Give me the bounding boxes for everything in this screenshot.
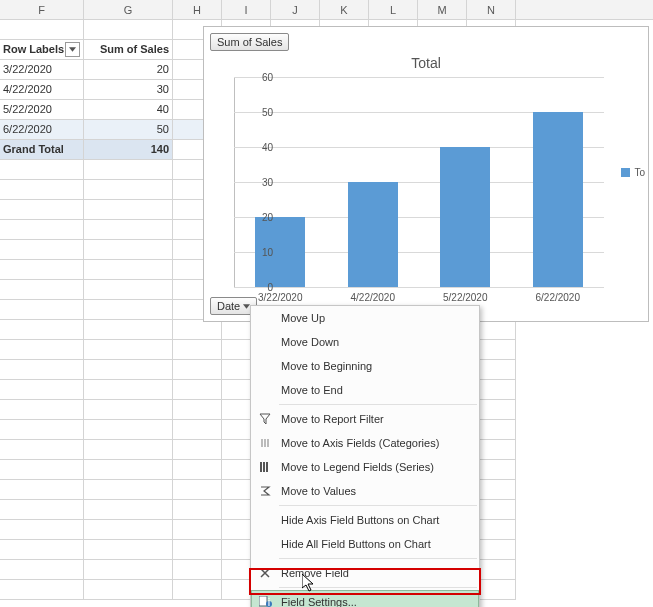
- cell[interactable]: [0, 560, 84, 580]
- field-settings-icon: i: [258, 594, 274, 607]
- sum-sales-header[interactable]: Sum of Sales: [84, 40, 173, 60]
- menu-values[interactable]: Move to Values: [251, 479, 479, 503]
- cell[interactable]: [173, 500, 222, 520]
- menu-remove-field[interactable]: Remove Field: [251, 561, 479, 585]
- cell[interactable]: [84, 240, 173, 260]
- cell[interactable]: [84, 480, 173, 500]
- menu-hide-axis-buttons[interactable]: Hide Axis Field Buttons on Chart: [251, 508, 479, 532]
- col-header-k[interactable]: K: [320, 0, 369, 19]
- cell[interactable]: [84, 300, 173, 320]
- cell[interactable]: [84, 320, 173, 340]
- pivot-chart[interactable]: Sum of Sales Total To Date 0102030405060…: [203, 26, 649, 322]
- cell[interactable]: [84, 260, 173, 280]
- cell[interactable]: [173, 380, 222, 400]
- grand-total-label[interactable]: Grand Total: [0, 140, 84, 160]
- cell[interactable]: [173, 520, 222, 540]
- cell[interactable]: [173, 360, 222, 380]
- cell[interactable]: [84, 580, 173, 600]
- cell[interactable]: [0, 420, 84, 440]
- cell[interactable]: [84, 180, 173, 200]
- cell[interactable]: [0, 200, 84, 220]
- cell[interactable]: [0, 300, 84, 320]
- legend-text: To: [634, 167, 645, 178]
- cell[interactable]: [84, 380, 173, 400]
- cell[interactable]: [84, 520, 173, 540]
- cell[interactable]: [0, 380, 84, 400]
- cell[interactable]: [84, 200, 173, 220]
- cell[interactable]: [0, 400, 84, 420]
- col-header-f[interactable]: F: [0, 0, 84, 19]
- cell[interactable]: [0, 160, 84, 180]
- col-header-l[interactable]: L: [369, 0, 418, 19]
- cell[interactable]: [84, 500, 173, 520]
- bar[interactable]: [440, 147, 490, 287]
- cell[interactable]: [173, 440, 222, 460]
- menu-separator: [279, 404, 477, 405]
- cell[interactable]: [84, 540, 173, 560]
- cell[interactable]: [173, 480, 222, 500]
- bar[interactable]: [533, 112, 583, 287]
- cell[interactable]: [173, 540, 222, 560]
- cell[interactable]: [0, 440, 84, 460]
- cell[interactable]: [0, 180, 84, 200]
- pivot-row-value[interactable]: 20: [84, 60, 173, 80]
- cell[interactable]: [173, 420, 222, 440]
- cell[interactable]: [84, 360, 173, 380]
- filter-dropdown-icon[interactable]: [65, 42, 80, 57]
- pivot-row-label[interactable]: 6/22/2020: [0, 120, 84, 140]
- cell[interactable]: [84, 420, 173, 440]
- pivot-row-value[interactable]: 50: [84, 120, 173, 140]
- cell[interactable]: [173, 580, 222, 600]
- cell[interactable]: [0, 280, 84, 300]
- cell[interactable]: [84, 340, 173, 360]
- pivot-row-value[interactable]: 40: [84, 100, 173, 120]
- legend-swatch: [621, 168, 630, 177]
- y-tick-label: 50: [253, 107, 273, 118]
- menu-legend-fields[interactable]: Move to Legend Fields (Series): [251, 455, 479, 479]
- grand-total-value[interactable]: 140: [84, 140, 173, 160]
- cell[interactable]: [173, 340, 222, 360]
- cell[interactable]: [0, 340, 84, 360]
- pivot-row-label[interactable]: 3/22/2020: [0, 60, 84, 80]
- cell[interactable]: [0, 480, 84, 500]
- cell[interactable]: [0, 580, 84, 600]
- cell[interactable]: [84, 560, 173, 580]
- col-header-n[interactable]: N: [467, 0, 516, 19]
- cell[interactable]: [0, 360, 84, 380]
- col-header-m[interactable]: M: [418, 0, 467, 19]
- row-labels-header[interactable]: Row Labels: [0, 40, 84, 60]
- svg-rect-6: [259, 596, 267, 606]
- cell[interactable]: [0, 260, 84, 280]
- cell[interactable]: [173, 460, 222, 480]
- cell[interactable]: [0, 540, 84, 560]
- cell[interactable]: [0, 240, 84, 260]
- pivot-row-label[interactable]: 5/22/2020: [0, 100, 84, 120]
- menu-report-filter[interactable]: Move to Report Filter: [251, 407, 479, 431]
- cell[interactable]: [84, 280, 173, 300]
- col-header-h[interactable]: H: [173, 0, 222, 19]
- cell[interactable]: [0, 460, 84, 480]
- field-button-values[interactable]: Sum of Sales: [210, 33, 289, 51]
- cell[interactable]: [84, 440, 173, 460]
- cell[interactable]: [84, 460, 173, 480]
- menu-field-settings[interactable]: iField Settings...: [251, 590, 479, 607]
- col-header-g[interactable]: G: [84, 0, 173, 19]
- menu-hide-all-buttons[interactable]: Hide All Field Buttons on Chart: [251, 532, 479, 556]
- col-header-i[interactable]: I: [222, 0, 271, 19]
- col-header-j[interactable]: J: [271, 0, 320, 19]
- cell[interactable]: [173, 400, 222, 420]
- pivot-row-label[interactable]: 4/22/2020: [0, 80, 84, 100]
- cell[interactable]: [0, 520, 84, 540]
- cell[interactable]: [84, 220, 173, 240]
- bar[interactable]: [348, 182, 398, 287]
- cell[interactable]: [173, 320, 222, 340]
- cell[interactable]: [0, 220, 84, 240]
- pivot-row-value[interactable]: 30: [84, 80, 173, 100]
- cell[interactable]: [84, 400, 173, 420]
- cell[interactable]: [84, 160, 173, 180]
- cell[interactable]: [173, 560, 222, 580]
- cell[interactable]: [0, 500, 84, 520]
- cell[interactable]: [0, 320, 84, 340]
- gridline: [234, 77, 604, 78]
- menu-label: Remove Field: [281, 567, 349, 579]
